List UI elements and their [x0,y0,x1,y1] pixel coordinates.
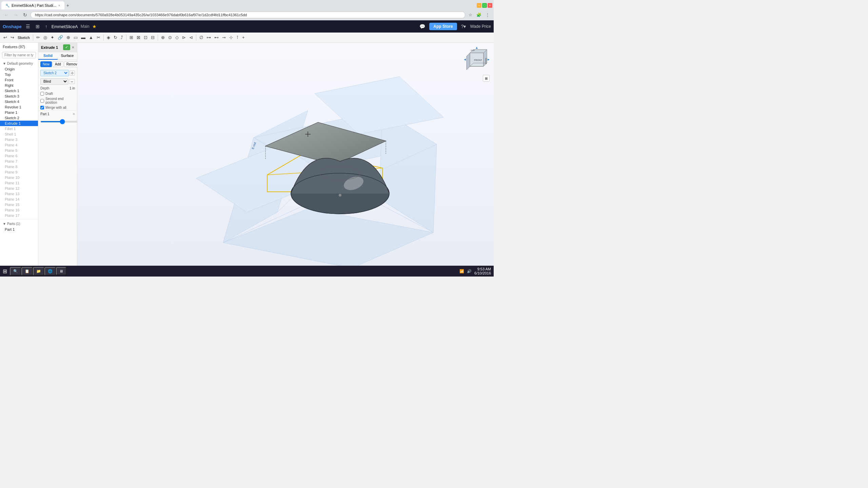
fp-blind-select[interactable]: Blind [40,78,68,85]
user-button[interactable]: Wade Price [470,24,491,29]
tool-18[interactable]: ⊙ [167,34,173,41]
close-button[interactable]: × [488,3,492,8]
file-explorer-button[interactable]: 📁 [33,267,44,276]
feature-right[interactable]: Right [0,83,38,88]
tool-17[interactable]: ⊕ [160,34,166,41]
default-geometry-header[interactable]: ▼ Default geometry [0,61,38,66]
feature-sketch3[interactable]: Sketch 3 [0,94,38,99]
feature-plane16[interactable]: Plane 16 [0,207,38,213]
tool-11[interactable]: ↻ [112,34,119,41]
fp-flip-btn[interactable]: ↔ [69,79,75,84]
forward-button[interactable]: → [12,12,20,18]
tool-15[interactable]: ⊡ [142,34,149,41]
tool-27[interactable]: ⊺ [235,34,240,41]
undo-button[interactable]: ↩ [2,34,8,41]
tool-13[interactable]: ⊞ [128,34,135,41]
feature-plane13[interactable]: Plane 13 [0,191,38,197]
tool-19[interactable]: ◇ [174,34,180,41]
tool-5[interactable]: ⊕ [65,34,72,41]
fp-subtab-add[interactable]: Add [53,61,63,67]
tool-23[interactable]: ⊶ [205,34,212,41]
tool-25[interactable]: ⊸ [221,34,227,41]
tab-close-btn[interactable]: × [58,4,60,7]
chat-button[interactable]: 💬 [418,22,427,30]
tool-1[interactable]: ✏ [35,34,41,41]
tool-7[interactable]: ▬ [80,34,87,41]
tool-4[interactable]: 🔗 [56,34,64,41]
feature-sketch4[interactable]: Sketch 4 [0,99,38,104]
tool-8[interactable]: ▲ [87,34,95,41]
redo-button[interactable]: ↪ [9,34,16,41]
feature-plane6[interactable]: Plane 6 [0,153,38,159]
feature-plane10[interactable]: Plane 10 [0,175,38,180]
feature-plane4[interactable]: Plane 4 [0,142,38,148]
feature-plane7[interactable]: Plane 7 [0,159,38,164]
tool-16[interactable]: ⊟ [150,34,156,41]
parts-header[interactable]: ▼ Parts (1) [0,221,38,227]
feature-top[interactable]: Top [0,72,38,77]
start-button[interactable]: ⊞ [3,268,7,274]
feature-shell1[interactable]: Shell 1 [0,131,38,137]
tool-10[interactable]: ◈ [105,34,112,41]
feature-plane8[interactable]: Plane 8 [0,164,38,169]
feature-sketch2[interactable]: Sketch 2 [0,115,38,121]
fp-cancel-button[interactable]: × [72,44,74,50]
zoom-fit-button[interactable]: ⊞ [483,75,490,82]
fp-ok-button[interactable]: ✓ [63,44,70,50]
fp-sketch-edit-btn[interactable]: ⊹ [70,70,75,76]
restore-button[interactable]: □ [482,3,487,8]
feature-revolve1[interactable]: Revolve 1 [0,104,38,110]
url-input[interactable] [31,12,465,18]
feature-plane5[interactable]: Plane 5 [0,148,38,153]
desktop-button[interactable]: 🖥 [56,267,66,275]
tool-20[interactable]: ⊳ [181,34,187,41]
refresh-button[interactable]: ↻ [22,12,28,18]
tool-12[interactable]: ⤴ [119,34,124,41]
extensions-button[interactable]: 🧩 [475,12,483,18]
task-view-button[interactable]: 📋 [21,267,33,276]
minimize-button[interactable]: − [477,3,481,8]
feature-plane11[interactable]: Plane 11 [0,180,38,186]
fp-tab-surface[interactable]: Surface [58,52,77,60]
feature-sketch1[interactable]: Sketch 1 [0,88,38,94]
back-button[interactable]: ← [3,12,10,18]
fp-draft-checkbox[interactable] [40,92,44,96]
grid-menu[interactable]: ⊞ [34,22,41,30]
app-store-button[interactable]: App Store [429,23,457,30]
tool-14[interactable]: ⊠ [135,34,142,41]
filter-input[interactable] [2,52,36,58]
browser-taskbar-button[interactable]: 🌐 [44,267,56,276]
help-button[interactable]: ?▾ [460,22,468,30]
feature-plane1[interactable]: Plane 1 [0,110,38,115]
tool-26[interactable]: ⊹ [228,34,234,41]
fp-subtab-new[interactable]: New [40,61,52,67]
bookmark-button[interactable]: ☆ [467,12,474,18]
hamburger-menu[interactable]: ☰ [24,22,32,30]
fp-merge-all-checkbox[interactable] [40,106,44,109]
arrow-up-btn[interactable]: ↑ [44,22,49,30]
feature-plane15[interactable]: Plane 15 [0,202,38,207]
fp-tab-solid[interactable]: Solid [38,52,58,60]
tool-24[interactable]: ⊷ [213,34,220,41]
settings-button[interactable]: ⋮ [484,12,491,18]
feature-plane3[interactable]: Plane 3 [0,137,38,142]
feature-plane9[interactable]: Plane 9 [0,169,38,175]
fp-part-x-btn[interactable]: × [73,112,75,116]
feature-extrude1[interactable]: Extrude 1 [0,121,38,126]
feature-plane12[interactable]: Plane 12 [0,186,38,191]
tool-6[interactable]: ▭ [72,34,79,41]
tool-28[interactable]: + [241,34,246,41]
feature-plane17[interactable]: Plane 17 [0,213,38,218]
tool-21[interactable]: ⊲ [188,34,194,41]
feature-origin[interactable]: Origin [0,66,38,72]
sketch-button[interactable]: Sketch [16,35,31,41]
fp-second-end-checkbox[interactable] [40,99,44,103]
tool-3[interactable]: ✦ [49,34,56,41]
feature-front[interactable]: Front [0,77,38,83]
tool-22[interactable]: ∅ [198,34,204,41]
search-taskbar-button[interactable]: 🔍 [10,267,21,276]
tool-2[interactable]: ◎ [42,34,48,41]
new-tab-button[interactable]: + [65,1,71,9]
app-logo[interactable]: Onshape [3,24,22,29]
tool-9[interactable]: ✂ [95,34,102,41]
